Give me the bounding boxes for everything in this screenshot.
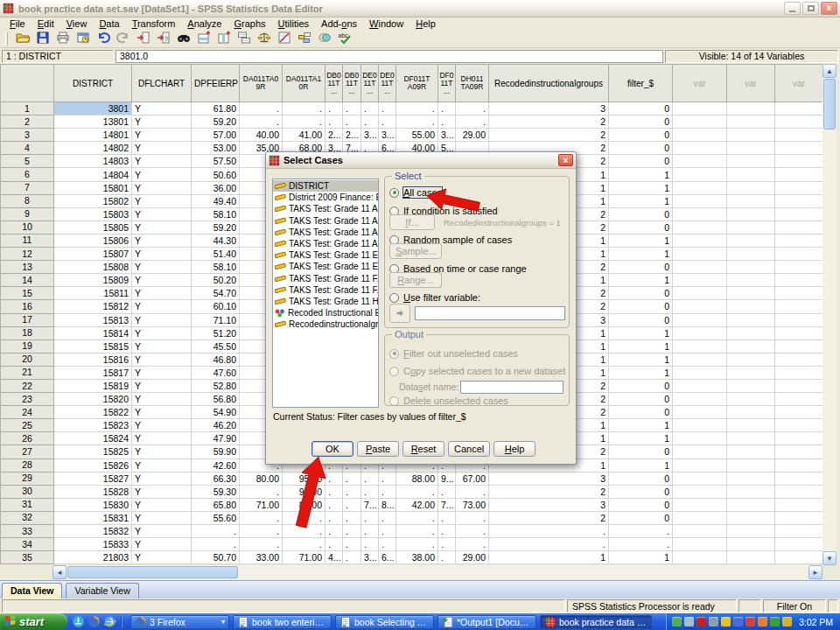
scroll-down-icon[interactable]: ▼ <box>822 551 836 565</box>
cell-r33c1[interactable]: 15832 <box>54 525 132 538</box>
cell-var[interactable] <box>727 300 775 313</box>
cell-r34c3[interactable]: . <box>192 538 240 551</box>
cell-var[interactable] <box>775 168 823 181</box>
cell-r33c3[interactable]: . <box>192 525 240 538</box>
cell-var[interactable] <box>727 340 775 353</box>
cell-var[interactable] <box>727 155 775 168</box>
cell-r21c14[interactable]: 1 <box>609 366 673 379</box>
col-header-DB0[interactable]: DB011T... <box>326 65 343 102</box>
cell-var[interactable] <box>727 248 775 261</box>
variable-item[interactable]: TAKS Test: Grade 11 E... <box>273 249 378 261</box>
start-button[interactable]: start <box>0 613 67 630</box>
col-header-DA011TA1[interactable]: DA011TA10R <box>283 65 326 102</box>
variable-item[interactable]: Recodedinstructionalgr... <box>273 318 378 330</box>
cell-r7c14[interactable]: 1 <box>609 181 673 194</box>
row-header-13[interactable]: 13 <box>1 261 54 274</box>
cell-var[interactable] <box>775 116 823 129</box>
cell-r32c5[interactable]: . <box>283 511 326 524</box>
cell-r17c2[interactable]: Y <box>132 313 192 326</box>
cell-r3c11[interactable]: 3... <box>438 129 456 142</box>
cell-r1c1[interactable]: 3801 <box>54 102 132 116</box>
cell-var[interactable] <box>673 551 727 564</box>
toolbar-recall-dialogs-button[interactable] <box>74 31 92 47</box>
cell-r1c11[interactable]: . <box>438 102 456 116</box>
cell-var[interactable] <box>775 248 823 261</box>
cell-r29c1[interactable]: 15827 <box>54 472 132 485</box>
cell-r3c14[interactable]: 0 <box>609 129 673 142</box>
cell-var[interactable] <box>673 274 727 287</box>
cell-r32c2[interactable]: Y <box>132 511 192 524</box>
cell-r30c7[interactable]: . <box>343 485 361 498</box>
row-header-5[interactable]: 5 <box>1 155 54 168</box>
toolbar-select-cases-button[interactable] <box>275 31 293 47</box>
cell-var[interactable] <box>727 393 775 406</box>
cell-r25c2[interactable]: Y <box>132 419 192 432</box>
menu-utilities[interactable]: Utilities <box>272 18 315 29</box>
tab-variable-view[interactable]: Variable View <box>66 583 138 599</box>
cell-r24c1[interactable]: 15822 <box>54 406 132 419</box>
cell-r31c13[interactable]: 3 <box>489 498 609 511</box>
cell-var[interactable] <box>775 274 823 287</box>
cell-r9c14[interactable]: 0 <box>609 207 673 220</box>
toolbar-open-data-button[interactable] <box>13 31 32 47</box>
cell-var[interactable] <box>727 220 775 234</box>
row-header-12[interactable]: 12 <box>1 248 54 261</box>
row-header-31[interactable]: 31 <box>1 498 54 511</box>
use-filter-radio[interactable]: Use filter variable: <box>389 292 480 303</box>
dialog-title-bar[interactable]: Select Cases × <box>266 152 576 169</box>
cell-r16c2[interactable]: Y <box>132 300 192 313</box>
cell-r2c9[interactable]: . <box>379 116 396 129</box>
cell-var[interactable] <box>727 525 775 538</box>
cell-r6c2[interactable]: Y <box>132 168 192 181</box>
variable-item[interactable]: TAKS Test: Grade 11 E... <box>273 261 378 272</box>
menu-analyze[interactable]: Analyze <box>181 18 228 29</box>
cell-var[interactable] <box>673 194 727 207</box>
cell-var[interactable] <box>727 538 775 551</box>
cell-r18c1[interactable]: 15814 <box>54 326 132 340</box>
col-header-DFLCHART[interactable]: DFLCHART <box>132 65 192 102</box>
col-header-DPFEIERP[interactable]: DPFEIERP <box>192 65 240 102</box>
cell-var[interactable] <box>727 498 775 511</box>
cell-var[interactable] <box>727 366 775 379</box>
cell-r7c2[interactable]: Y <box>132 181 192 194</box>
cell-r21c3[interactable]: 47.60 <box>192 366 240 379</box>
cell-var[interactable] <box>727 472 775 485</box>
cell-r15c14[interactable]: 0 <box>609 287 673 300</box>
cell-r2c12[interactable]: . <box>456 116 489 129</box>
cell-r15c1[interactable]: 15811 <box>54 287 132 300</box>
row-header-6[interactable]: 6 <box>1 168 54 181</box>
cell-r34c13[interactable]: . <box>489 538 609 551</box>
toolbar-redo-button[interactable] <box>114 31 132 47</box>
cell-var[interactable] <box>775 194 823 207</box>
cell-r9c3[interactable]: 58.10 <box>192 207 240 220</box>
cell-r34c11[interactable]: . <box>438 538 456 551</box>
cell-var[interactable] <box>775 102 823 116</box>
cell-r6c1[interactable]: 14804 <box>54 168 132 181</box>
cell-r1c13[interactable]: 3 <box>489 102 609 116</box>
cell-r29c8[interactable]: . <box>361 472 379 485</box>
cell-r3c2[interactable]: Y <box>132 129 192 142</box>
cell-r22c1[interactable]: 15819 <box>54 379 132 392</box>
internet-explorer-icon[interactable] <box>103 615 116 628</box>
cell-r33c11[interactable]: . <box>438 525 456 538</box>
cell-r9c2[interactable]: Y <box>132 207 192 220</box>
cell-r33c13[interactable]: . <box>489 525 609 538</box>
cell-r34c9[interactable]: . <box>379 538 396 551</box>
cell-r31c7[interactable]: . <box>343 498 361 511</box>
row-header-17[interactable]: 17 <box>1 313 54 326</box>
cell-var[interactable] <box>775 406 823 419</box>
cell-r2c2[interactable]: Y <box>132 116 192 129</box>
cell-r3c6[interactable]: 2... <box>326 129 343 142</box>
row-header-10[interactable]: 10 <box>1 220 54 234</box>
cell-r31c3[interactable]: 65.80 <box>192 498 240 511</box>
cell-r32c10[interactable]: . <box>396 511 438 524</box>
cell-r4c3[interactable]: 53.00 <box>192 142 240 155</box>
cell-r2c6[interactable]: . <box>326 116 343 129</box>
cell-r29c4[interactable]: 80.00 <box>240 472 283 485</box>
cell-r3c8[interactable]: 3... <box>361 129 379 142</box>
volume-icon[interactable] <box>746 617 755 626</box>
cell-var[interactable] <box>775 551 823 564</box>
cell-var[interactable] <box>673 379 727 392</box>
cell-r14c14[interactable]: 1 <box>609 274 673 287</box>
toolbar-goto-case-button[interactable] <box>134 31 152 47</box>
